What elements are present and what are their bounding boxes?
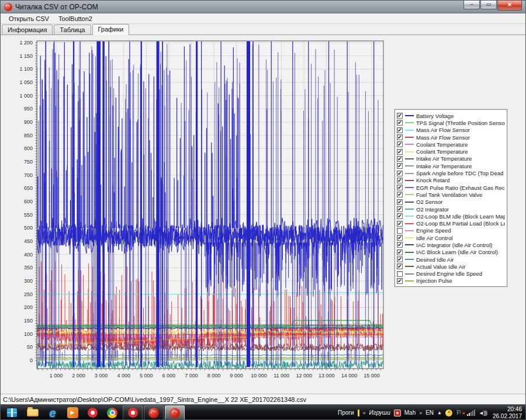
series-label: Mass Air Flow Sensor [416,134,470,141]
svg-text:13 000: 13 000 [319,373,335,379]
series-color-swatch [405,273,414,275]
series-checkbox[interactable]: ✔ [397,278,403,284]
series-checkbox[interactable] [397,271,403,277]
series-checkbox[interactable]: ✔ [397,141,403,147]
series-checkbox[interactable]: ✔ [397,263,403,269]
clock[interactable]: 20:46 26.02.2017 [493,406,522,420]
series-checkbox[interactable] [397,228,403,234]
svg-text:1 000: 1 000 [19,93,33,99]
tab-table[interactable]: Таблица [54,25,91,35]
series-color-swatch [405,259,414,260]
series-checkbox[interactable]: ✔ [397,213,403,219]
legend-item: ✔Mass Air Flow Sensor [397,127,505,134]
series-color-swatch [405,130,414,131]
series-label: IAC Integrator (Idle Air Control) [416,242,492,248]
legend-item: ✔Knock Retard [397,177,505,184]
tray-status-icon[interactable] [445,409,452,416]
series-color-swatch [405,115,414,116]
toolbar-bar-icon [358,409,359,416]
series-checkbox[interactable]: ✔ [397,134,403,140]
mahjong-icon [394,409,401,416]
series-checkbox[interactable]: ✔ [397,156,403,162]
series-checkbox[interactable]: ✔ [397,206,403,212]
svg-text:5 000: 5 000 [140,373,153,379]
series-checkbox[interactable]: ✔ [397,149,403,155]
legend-item: ✔Spark Angle before TDC (Top Dead Centre… [397,169,505,176]
tab-information[interactable]: Информация [2,25,53,35]
series-color-swatch [405,144,414,145]
series-label: Intake Air Temperature [416,155,472,162]
toolbar-chevron[interactable]: » [363,410,366,416]
svg-text:50: 50 [27,344,33,350]
svg-text:2 000: 2 000 [72,373,85,379]
series-checkbox[interactable]: ✔ [397,185,403,190]
series-checkbox[interactable]: ✔ [397,221,403,227]
svg-text:1 000: 1 000 [50,373,63,379]
maximize-button[interactable]: ▭ [480,1,497,9]
series-checkbox[interactable]: ✔ [397,120,403,126]
series-checkbox[interactable]: ✔ [397,249,403,255]
svg-text:12 000: 12 000 [296,373,312,379]
series-checkbox[interactable]: ✔ [397,199,403,205]
toolbar-mah[interactable]: Mah [404,409,416,416]
menu-open-csv[interactable]: Открыть CSV [4,14,54,23]
taskbar-item-opcom[interactable] [144,405,164,420]
legend-item: ✔Desired Idle Air [397,256,505,263]
toolbar-chevron[interactable]: » [419,410,422,416]
taskbar-item-chrome[interactable] [102,405,122,420]
legend-item: ✔Coolant Temperature [397,148,505,155]
tray-date: 26.02.2017 [493,413,522,420]
series-color-swatch [405,194,414,195]
windows-taskbar: e ▶ Проги » Игруши Mah » EN ▲ ⚐✕ ◄))) 20… [1,404,525,420]
csv-file-path: C:\Users\Администратор\Desktop\OP-COM\Li… [3,396,306,403]
taskbar-item-opcom-active[interactable] [165,405,185,420]
app-icon [4,3,12,11]
network-signal-icon[interactable] [467,409,475,416]
series-checkbox[interactable]: ✔ [397,163,403,169]
volume-icon[interactable]: ◄))) [479,410,487,416]
legend-item: ✔EGR Pulse Ratio (Exhaust Gas Recirculat… [397,184,505,191]
legend-item: ✔TPS Signal (Throttle Position Sensor) [397,119,505,126]
series-label: Coolant Temperature [416,141,468,148]
taskbar-item-opera-window[interactable] [123,405,143,420]
toolbar-igrushi[interactable]: Игруши [369,409,390,416]
svg-text:4 000: 4 000 [117,373,130,379]
start-button[interactable] [1,405,23,420]
svg-text:1 150: 1 150 [19,53,33,59]
series-label: Spark Angle before TDC (Top Dead Centre) [416,170,505,176]
legend-item: ✔Intake Air Temperature [397,155,505,162]
series-checkbox[interactable]: ✔ [397,113,403,119]
series-checkbox[interactable]: ✔ [397,192,403,197]
series-checkbox[interactable]: ✔ [397,127,403,133]
menu-toolbutton2[interactable]: ToolButton2 [54,14,97,23]
series-checkbox[interactable]: ✔ [397,256,403,262]
series-checkbox[interactable]: ✔ [397,235,403,241]
series-checkbox[interactable]: ✔ [397,242,403,248]
tab-charts[interactable]: Графики [92,24,130,35]
legend-item: ✔Fuel Tank Ventilation Valve [397,191,505,198]
legend-item: ✔Battery Voltage [397,112,505,119]
legend-item: ✔O2-Loop BLM Idle (Block Learn Map) [397,213,505,220]
svg-text:10 000: 10 000 [251,373,267,379]
svg-text:700: 700 [24,172,33,178]
series-checkbox[interactable]: ✔ [397,171,403,176]
toolbar-progi[interactable]: Проги [338,409,354,416]
legend-item: ✔Actual Value Idle Air [397,263,505,270]
close-button[interactable]: ✕ [497,1,522,11]
svg-text:850: 850 [24,133,33,138]
hidden-icons-arrow[interactable]: ▲ [437,410,442,415]
taskbar-item-explorer[interactable] [23,405,43,420]
series-checkbox[interactable]: ✔ [397,178,403,183]
minimize-button[interactable]: – [463,1,480,9]
taskbar-item-opera[interactable] [82,405,102,420]
svg-text:6 000: 6 000 [162,373,176,379]
language-indicator[interactable]: EN [425,409,434,416]
system-tray: Проги » Игруши Mah » EN ▲ ⚐✕ ◄))) 20:46 … [338,406,523,420]
svg-text:1 200: 1 200 [19,40,33,46]
action-center-flag-icon[interactable]: ⚐✕ [456,409,463,416]
taskbar-item-internet-explorer[interactable]: e [43,405,63,420]
legend-item: ✔Injection Pulse [397,277,505,284]
taskbar-item-media-player[interactable]: ▶ [63,405,82,420]
series-label: Fuel Tank Ventilation Valve [416,192,482,198]
series-label: O2-Loop BLM Idle (Block Learn Map) [416,213,505,220]
